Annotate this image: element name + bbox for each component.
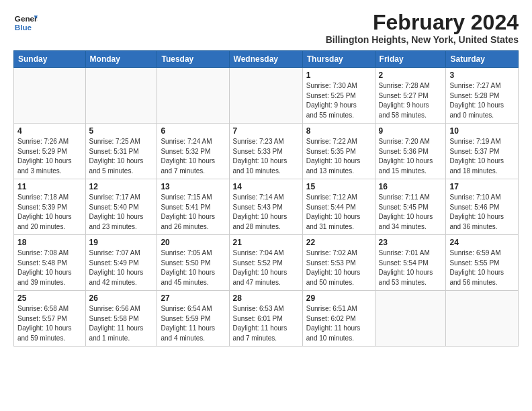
day-number: 18 bbox=[17, 238, 82, 247]
day-info: Sunrise: 6:58 AM Sunset: 5:57 PM Dayligh… bbox=[17, 304, 82, 343]
day-number: 6 bbox=[161, 126, 225, 136]
calendar-cell bbox=[157, 68, 229, 124]
day-info: Sunrise: 7:23 AM Sunset: 5:33 PM Dayligh… bbox=[233, 137, 299, 176]
calendar-cell: 19Sunrise: 7:07 AM Sunset: 5:49 PM Dayli… bbox=[85, 235, 157, 291]
day-number: 10 bbox=[449, 126, 515, 136]
calendar-cell: 20Sunrise: 7:05 AM Sunset: 5:50 PM Dayli… bbox=[157, 235, 229, 291]
calendar-week-row: 1Sunrise: 7:30 AM Sunset: 5:25 PM Daylig… bbox=[14, 68, 519, 124]
day-info: Sunrise: 6:51 AM Sunset: 6:02 PM Dayligh… bbox=[306, 304, 371, 343]
calendar-cell: 26Sunrise: 6:56 AM Sunset: 5:58 PM Dayli… bbox=[85, 291, 157, 347]
day-number: 27 bbox=[161, 293, 225, 303]
weekday-header-row: SundayMondayTuesdayWednesdayThursdayFrid… bbox=[14, 51, 519, 68]
svg-text:General: General bbox=[15, 14, 38, 23]
day-number: 4 bbox=[17, 126, 82, 136]
day-info: Sunrise: 7:17 AM Sunset: 5:40 PM Dayligh… bbox=[89, 193, 154, 232]
calendar-cell: 5Sunrise: 7:25 AM Sunset: 5:31 PM Daylig… bbox=[85, 124, 157, 179]
calendar-cell: 8Sunrise: 7:22 AM Sunset: 5:35 PM Daylig… bbox=[302, 124, 375, 179]
day-number: 20 bbox=[161, 238, 225, 247]
day-info: Sunrise: 7:04 AM Sunset: 5:52 PM Dayligh… bbox=[233, 248, 299, 287]
location-title: Billington Heights, New York, United Sta… bbox=[326, 34, 519, 45]
title-area: February 2024 Billington Heights, New Yo… bbox=[326, 11, 519, 45]
logo-icon: General Blue bbox=[13, 11, 38, 35]
day-info: Sunrise: 7:20 AM Sunset: 5:36 PM Dayligh… bbox=[379, 137, 443, 176]
day-number: 15 bbox=[306, 182, 371, 191]
day-number: 12 bbox=[89, 182, 154, 191]
day-info: Sunrise: 7:11 AM Sunset: 5:45 PM Dayligh… bbox=[379, 193, 443, 232]
day-info: Sunrise: 7:24 AM Sunset: 5:32 PM Dayligh… bbox=[161, 137, 225, 176]
calendar-table: SundayMondayTuesdayWednesdayThursdayFrid… bbox=[13, 50, 519, 347]
calendar-cell bbox=[446, 291, 519, 347]
weekday-header-monday: Monday bbox=[85, 51, 157, 68]
day-info: Sunrise: 7:08 AM Sunset: 5:48 PM Dayligh… bbox=[17, 248, 82, 287]
calendar-cell: 13Sunrise: 7:15 AM Sunset: 5:41 PM Dayli… bbox=[157, 179, 229, 235]
day-number: 8 bbox=[306, 126, 371, 136]
day-info: Sunrise: 7:05 AM Sunset: 5:50 PM Dayligh… bbox=[161, 248, 225, 287]
day-info: Sunrise: 7:15 AM Sunset: 5:41 PM Dayligh… bbox=[161, 193, 225, 232]
day-number: 28 bbox=[233, 293, 299, 303]
day-info: Sunrise: 7:22 AM Sunset: 5:35 PM Dayligh… bbox=[306, 137, 371, 176]
calendar-week-row: 25Sunrise: 6:58 AM Sunset: 5:57 PM Dayli… bbox=[14, 291, 519, 347]
calendar-cell: 3Sunrise: 7:27 AM Sunset: 5:28 PM Daylig… bbox=[446, 68, 519, 124]
calendar-cell: 22Sunrise: 7:02 AM Sunset: 5:53 PM Dayli… bbox=[302, 235, 375, 291]
calendar-cell: 14Sunrise: 7:14 AM Sunset: 5:43 PM Dayli… bbox=[229, 179, 302, 235]
weekday-header-tuesday: Tuesday bbox=[157, 51, 229, 68]
calendar-cell bbox=[375, 291, 446, 347]
weekday-header-friday: Friday bbox=[375, 51, 446, 68]
day-number: 26 bbox=[89, 293, 154, 303]
calendar-cell: 10Sunrise: 7:19 AM Sunset: 5:37 PM Dayli… bbox=[446, 124, 519, 179]
day-info: Sunrise: 7:27 AM Sunset: 5:28 PM Dayligh… bbox=[449, 81, 515, 120]
calendar-cell: 6Sunrise: 7:24 AM Sunset: 5:32 PM Daylig… bbox=[157, 124, 229, 179]
day-number: 29 bbox=[306, 293, 371, 303]
calendar-cell: 27Sunrise: 6:54 AM Sunset: 5:59 PM Dayli… bbox=[157, 291, 229, 347]
day-info: Sunrise: 7:26 AM Sunset: 5:29 PM Dayligh… bbox=[17, 137, 82, 176]
calendar-cell: 21Sunrise: 7:04 AM Sunset: 5:52 PM Dayli… bbox=[229, 235, 302, 291]
day-number: 22 bbox=[306, 238, 371, 247]
svg-text:Blue: Blue bbox=[15, 23, 32, 32]
calendar-cell bbox=[85, 68, 157, 124]
weekday-header-saturday: Saturday bbox=[446, 51, 519, 68]
day-info: Sunrise: 7:12 AM Sunset: 5:44 PM Dayligh… bbox=[306, 193, 371, 232]
calendar-cell: 17Sunrise: 7:10 AM Sunset: 5:46 PM Dayli… bbox=[446, 179, 519, 235]
calendar-cell: 25Sunrise: 6:58 AM Sunset: 5:57 PM Dayli… bbox=[14, 291, 86, 347]
calendar-cell: 7Sunrise: 7:23 AM Sunset: 5:33 PM Daylig… bbox=[229, 124, 302, 179]
day-number: 1 bbox=[306, 71, 371, 80]
calendar-cell: 11Sunrise: 7:18 AM Sunset: 5:39 PM Dayli… bbox=[14, 179, 86, 235]
weekday-header-thursday: Thursday bbox=[302, 51, 375, 68]
day-number: 5 bbox=[89, 126, 154, 136]
day-number: 9 bbox=[379, 126, 443, 136]
calendar-cell bbox=[229, 68, 302, 124]
calendar-cell: 2Sunrise: 7:28 AM Sunset: 5:27 PM Daylig… bbox=[375, 68, 446, 124]
day-number: 17 bbox=[449, 182, 515, 191]
calendar-cell: 24Sunrise: 6:59 AM Sunset: 5:55 PM Dayli… bbox=[446, 235, 519, 291]
calendar-week-row: 4Sunrise: 7:26 AM Sunset: 5:29 PM Daylig… bbox=[14, 124, 519, 179]
day-number: 13 bbox=[161, 182, 225, 191]
day-number: 25 bbox=[17, 293, 82, 303]
day-info: Sunrise: 7:14 AM Sunset: 5:43 PM Dayligh… bbox=[233, 193, 299, 232]
day-info: Sunrise: 6:59 AM Sunset: 5:55 PM Dayligh… bbox=[449, 248, 515, 287]
calendar-cell: 9Sunrise: 7:20 AM Sunset: 5:36 PM Daylig… bbox=[375, 124, 446, 179]
weekday-header-wednesday: Wednesday bbox=[229, 51, 302, 68]
logo: General Blue bbox=[13, 11, 38, 35]
day-info: Sunrise: 7:07 AM Sunset: 5:49 PM Dayligh… bbox=[89, 248, 154, 287]
day-number: 19 bbox=[89, 238, 154, 247]
day-number: 3 bbox=[449, 71, 515, 80]
month-title: February 2024 bbox=[326, 11, 519, 34]
day-number: 14 bbox=[233, 182, 299, 191]
day-info: Sunrise: 7:02 AM Sunset: 5:53 PM Dayligh… bbox=[306, 248, 371, 287]
day-number: 24 bbox=[449, 238, 515, 247]
calendar-cell: 1Sunrise: 7:30 AM Sunset: 5:25 PM Daylig… bbox=[302, 68, 375, 124]
day-info: Sunrise: 7:18 AM Sunset: 5:39 PM Dayligh… bbox=[17, 193, 82, 232]
weekday-header-sunday: Sunday bbox=[14, 51, 86, 68]
calendar-cell bbox=[14, 68, 86, 124]
day-info: Sunrise: 7:28 AM Sunset: 5:27 PM Dayligh… bbox=[379, 81, 443, 120]
day-number: 21 bbox=[233, 238, 299, 247]
day-number: 2 bbox=[379, 71, 443, 80]
calendar-cell: 15Sunrise: 7:12 AM Sunset: 5:44 PM Dayli… bbox=[302, 179, 375, 235]
day-info: Sunrise: 6:53 AM Sunset: 6:01 PM Dayligh… bbox=[233, 304, 299, 343]
day-info: Sunrise: 7:30 AM Sunset: 5:25 PM Dayligh… bbox=[306, 81, 371, 120]
day-info: Sunrise: 7:01 AM Sunset: 5:54 PM Dayligh… bbox=[379, 248, 443, 287]
day-number: 7 bbox=[233, 126, 299, 136]
day-info: Sunrise: 7:10 AM Sunset: 5:46 PM Dayligh… bbox=[449, 193, 515, 232]
calendar-cell: 16Sunrise: 7:11 AM Sunset: 5:45 PM Dayli… bbox=[375, 179, 446, 235]
calendar-cell: 18Sunrise: 7:08 AM Sunset: 5:48 PM Dayli… bbox=[14, 235, 86, 291]
